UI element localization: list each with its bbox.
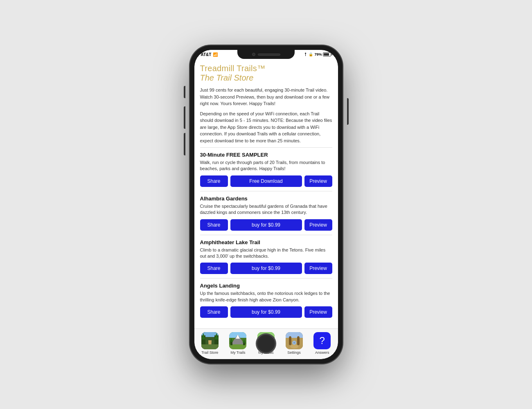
share-button-amphitheater[interactable]: Share: [200, 263, 228, 274]
svg-point-28: [297, 336, 300, 339]
section-desc-angels: Up the famous switchbacks, onto the noto…: [200, 290, 332, 303]
section-title-alhambra: Alhambra Gardens: [200, 196, 332, 202]
lock-icon: 🔒: [309, 52, 313, 56]
preview-button-angels[interactable]: Preview: [304, 306, 332, 318]
section-desc-alhambra: Cruise the spectacularly beautiful garde…: [200, 203, 332, 216]
tab-label-trail-store: Trail Store: [201, 351, 218, 355]
svg-point-30: [293, 342, 295, 344]
tab-icon-trail-store: [201, 332, 219, 349]
divider-1: [200, 147, 332, 148]
battery-fill: [324, 53, 329, 56]
svg-rect-22: [286, 332, 303, 338]
buy-button-angels[interactable]: buy for $0.99: [230, 306, 302, 318]
app-subtitle: The Trail Store: [200, 73, 332, 83]
tab-my-trails[interactable]: My Trails: [226, 332, 249, 355]
screen: AT&T 📶 10:06 AM ⭡ 🔒 79% Treadmill Trails…: [194, 50, 338, 359]
share-button-sampler[interactable]: Share: [200, 175, 228, 187]
tab-answers[interactable]: ? Answers: [311, 332, 334, 355]
status-right: ⭡ 🔒 79%: [304, 52, 331, 56]
tab-icon-answers: ?: [313, 332, 331, 349]
buy-button-amphitheater[interactable]: buy for $0.99: [230, 263, 302, 274]
section-title-angels: Angels Landing: [200, 283, 332, 289]
preview-button-alhambra[interactable]: Preview: [304, 219, 332, 231]
answers-question-mark: ?: [319, 335, 325, 346]
tab-settings[interactable]: Settings: [283, 332, 306, 355]
preview-button-amphitheater[interactable]: Preview: [304, 263, 332, 274]
battery-icon: [323, 52, 331, 56]
btn-row-sampler: Share Free Download Preview: [200, 175, 332, 187]
signal-icon: ⭡: [304, 52, 307, 56]
section-desc-sampler: Walk, run or cycle through parts of 20 T…: [200, 160, 332, 172]
tab-trail-store[interactable]: Trail Store: [198, 332, 221, 355]
share-button-angels[interactable]: Share: [200, 306, 228, 318]
speaker-bar: [258, 54, 280, 56]
svg-rect-7: [201, 344, 219, 349]
carrier-label: AT&T: [201, 52, 212, 57]
btn-row-amphitheater: Share buy for $0.99 Preview: [200, 263, 332, 274]
content-area[interactable]: Treadmill Trails™ The Trail Store Just 9…: [194, 59, 338, 328]
divider-3: [200, 235, 332, 235]
camera-dot: [252, 53, 255, 56]
section-title-sampler: 30-Minute FREE SAMPLER: [200, 152, 332, 158]
volume-up-button: [184, 106, 185, 129]
svg-point-27: [289, 336, 291, 339]
mute-button: [184, 86, 185, 98]
free-download-button[interactable]: Free Download: [230, 175, 302, 187]
preview-button-sampler[interactable]: Preview: [304, 175, 332, 187]
intro-text-1: Just 99 cents for each beautiful, engagi…: [200, 87, 332, 107]
btn-row-alhambra: Share buy for $0.99 Preview: [200, 219, 332, 231]
intro-text-2: Depending on the speed of your WiFi conn…: [200, 110, 332, 144]
app-title: Treadmill Trails™: [200, 64, 332, 73]
status-left: AT&T 📶: [201, 52, 218, 57]
divider-2: [200, 191, 332, 191]
tab-icon-settings: [286, 332, 303, 349]
tab-label-answers: Answers: [315, 351, 329, 355]
top-notch: [237, 50, 295, 59]
section-desc-amphitheater: Climb to a dramatic glacial cirque high …: [200, 247, 332, 260]
tab-label-settings: Settings: [287, 351, 301, 355]
home-button[interactable]: [256, 334, 276, 353]
svg-point-24: [290, 344, 298, 348]
wifi-icon: 📶: [213, 52, 218, 57]
phone-screen: AT&T 📶 10:06 AM ⭡ 🔒 79% Treadmill Trails…: [194, 50, 338, 359]
battery-percent: 79%: [314, 52, 322, 56]
phone-frame: AT&T 📶 10:06 AM ⭡ 🔒 79% Treadmill Trails…: [189, 45, 343, 364]
power-button: [347, 98, 349, 125]
share-button-alhambra[interactable]: Share: [200, 219, 228, 231]
tab-label-my-trails: My Trails: [230, 351, 245, 355]
section-title-amphitheater: Amphitheater Lake Trail: [200, 239, 332, 245]
buy-button-alhambra[interactable]: buy for $0.99: [230, 219, 302, 231]
divider-4: [200, 278, 332, 279]
tab-icon-my-trails: [229, 332, 246, 349]
btn-row-angels: Share buy for $0.99 Preview: [200, 306, 332, 318]
volume-down-button: [184, 133, 185, 155]
